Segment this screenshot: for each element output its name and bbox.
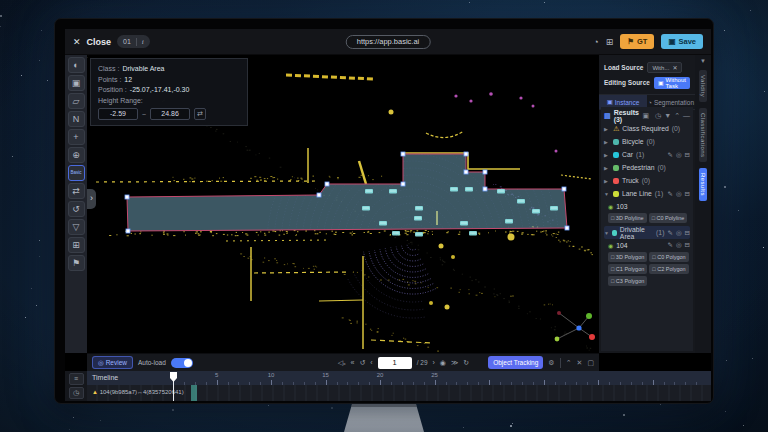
side-tab-validity[interactable]: Validity [699, 70, 707, 102]
class-value: Drivable Area [122, 65, 164, 72]
close-button[interactable]: Close [87, 37, 112, 47]
edit-icon[interactable]: ✎ [667, 229, 672, 237]
height-max-input[interactable]: 24.86 [150, 108, 190, 120]
side-tab-results[interactable]: Results [699, 168, 707, 201]
instance-104-chips: □ 3D Polygon □ C0 Polygon □ C1 Polygon □… [604, 251, 690, 289]
edit-icon[interactable]: ✎ [667, 190, 672, 198]
instance-row-103[interactable]: ◉ 103 [604, 200, 690, 212]
edit-icon[interactable]: ✎ [667, 241, 672, 249]
next-frame-icon[interactable]: › [433, 359, 435, 366]
result-row-class-required[interactable]: ▶ ⚠ Class Required(0) [604, 122, 690, 135]
pointcloud-viewport[interactable]: › Class :Drivable Area Points :12 Positi… [87, 55, 599, 353]
panel-expander-chevron-icon[interactable]: › [87, 189, 96, 209]
apps-grid-icon[interactable]: ⊞ [606, 37, 614, 47]
prev-frame-icon[interactable]: ‹ [370, 359, 372, 366]
results-save-icon[interactable]: ▣ [642, 112, 649, 120]
move-tool-icon[interactable]: + [68, 129, 85, 145]
polygon-tool-icon[interactable]: ▱ [68, 93, 85, 109]
instance-tool-icon[interactable]: N [68, 111, 85, 127]
fast-forward-icon[interactable]: ≫ [451, 359, 458, 367]
playback-toolbar: ◎ Review Auto-load ◁ₓ « ↺ ‹ / 29 › ◉ ≫ ↻… [87, 353, 599, 371]
eye-icon[interactable]: ◎ [676, 190, 682, 198]
instance-row-104[interactable]: ◉ 104 ✎◎⊟ [604, 239, 690, 251]
polygon-chip[interactable]: □ C0 Polygon [649, 252, 688, 262]
trash-icon[interactable]: ⊟ [685, 241, 690, 249]
gear-icon[interactable]: ⚙ [548, 359, 554, 367]
replay-icon[interactable]: ↺ [359, 359, 365, 367]
frame-badge[interactable]: 01 i [117, 35, 150, 48]
close-icon[interactable]: ✕ [73, 37, 81, 47]
expand-icon[interactable]: ▶ [604, 126, 610, 132]
timeline-track-row[interactable]: ▲ 104(9b985a7)↔4(8357520641) [87, 385, 711, 401]
info-icon[interactable]: i [142, 38, 144, 46]
fullscreen-icon[interactable]: ▢ [587, 359, 594, 367]
result-row-lane-line[interactable]: ▼ Lane Line(1) ✎◎⊟ [604, 187, 690, 200]
play-icon[interactable]: ◉ [440, 359, 446, 367]
filter-tool-icon[interactable]: ▽ [68, 219, 85, 235]
rotate-tool-icon[interactable]: ⊕ [68, 147, 85, 163]
trash-icon[interactable]: ⊟ [685, 151, 690, 159]
result-row-bicycle[interactable]: ▶ Bicycle(0) [604, 135, 690, 148]
render-mode-icon[interactable]: ◐ [68, 57, 85, 73]
mute-icon[interactable]: ◁ₓ [338, 359, 346, 367]
load-source-select[interactable]: With... ✕ [647, 62, 682, 73]
trash-icon[interactable]: ⊟ [685, 229, 690, 237]
gt-button[interactable]: ⚑ GT [620, 34, 654, 49]
help-icon[interactable]: ◔ [593, 37, 598, 47]
collapse-all-icon[interactable]: ⌃ [674, 112, 680, 120]
autoload-toggle[interactable] [171, 358, 193, 368]
expand-icon[interactable]: ▶ [604, 165, 610, 171]
collapse-panel-icon[interactable]: ⌃ [566, 359, 572, 367]
polygon-chip[interactable]: □ C1 Polygon [608, 264, 647, 274]
right-panel: Load Source With... ✕ Editing Source ▣ W… [599, 55, 711, 353]
grid-view-icon[interactable]: ⊞ [68, 237, 85, 253]
without-task-button[interactable]: ▣ Without Task [654, 77, 690, 89]
result-row-car[interactable]: ▶ Car(1) ✎◎⊟ [604, 148, 690, 161]
loop-icon[interactable]: ↻ [463, 359, 469, 367]
funnel-icon[interactable]: ▼ [664, 112, 671, 119]
image-view-icon[interactable]: ▣ [68, 75, 85, 91]
flag-tool-icon[interactable]: ⚑ [68, 255, 85, 271]
polyline-chip[interactable]: □ C0 Polyline [649, 213, 688, 223]
compare-tool-icon[interactable]: ⇄ [68, 183, 85, 199]
height-reset-icon[interactable]: ⇄ [194, 108, 206, 120]
frame-input[interactable] [378, 357, 412, 369]
timeline-alert-icon[interactable]: ◷ [69, 387, 84, 399]
basic-ai-model-button[interactable]: Basic [68, 165, 85, 181]
result-row-drivable-area[interactable]: ▼ Drivable Area(1) ✎◎⊟ [604, 226, 690, 239]
side-tab-classifications[interactable]: Classifications [699, 108, 707, 162]
eye-icon[interactable]: ◎ [676, 229, 682, 237]
minimize-icon[interactable]: — [683, 112, 690, 119]
result-row-truck[interactable]: ▶ Truck(0) [604, 174, 690, 187]
edit-icon[interactable]: ✎ [667, 151, 672, 159]
reset-view-icon[interactable]: ↺ [68, 201, 85, 217]
collapse-icon[interactable]: ▼ [604, 230, 609, 236]
review-button[interactable]: ◎ Review [92, 356, 133, 369]
axis-gizmo[interactable] [555, 311, 595, 341]
history-icon[interactable]: ◷ [655, 112, 661, 120]
eye-icon[interactable]: ◎ [676, 151, 682, 159]
polyline-chip[interactable]: □ 3D Polyline [608, 213, 647, 223]
collapse-icon[interactable]: ▼ [604, 191, 610, 197]
trash-icon[interactable]: ⊟ [685, 190, 690, 198]
load-source-label: Load Source [604, 64, 643, 71]
eye-icon[interactable]: ◎ [676, 241, 682, 249]
frame-ruler[interactable]: 510152025 [165, 371, 705, 385]
result-row-pedestrian[interactable]: ▶ Pedestrian(0) [604, 161, 690, 174]
chip-close-icon[interactable]: ✕ [672, 64, 677, 71]
polygon-chip[interactable]: □ 3D Polygon [608, 252, 647, 262]
save-button[interactable]: ▣ Save [661, 34, 703, 49]
height-min-input[interactable]: -2.59 [98, 108, 138, 120]
strip-funnel-icon[interactable]: ▼ [700, 58, 706, 64]
editing-source-label: Editing Source [604, 79, 650, 86]
expand-icon[interactable]: ▶ [604, 152, 610, 158]
close-panel-icon[interactable]: ✕ [577, 359, 583, 367]
polygon-chip[interactable]: □ C3 Polygon [608, 276, 647, 286]
expand-icon[interactable]: ▶ [604, 178, 610, 184]
skip-back-icon[interactable]: « [351, 359, 355, 366]
timeline-ruler-row[interactable]: Timeline 510152025 [87, 371, 711, 385]
polygon-chip[interactable]: □ C2 Polygon [649, 264, 688, 274]
object-tracking-button[interactable]: Object Tracking [488, 356, 543, 369]
expand-icon[interactable]: ▶ [604, 139, 610, 145]
timeline-rows-icon[interactable]: ≡ [69, 373, 84, 385]
